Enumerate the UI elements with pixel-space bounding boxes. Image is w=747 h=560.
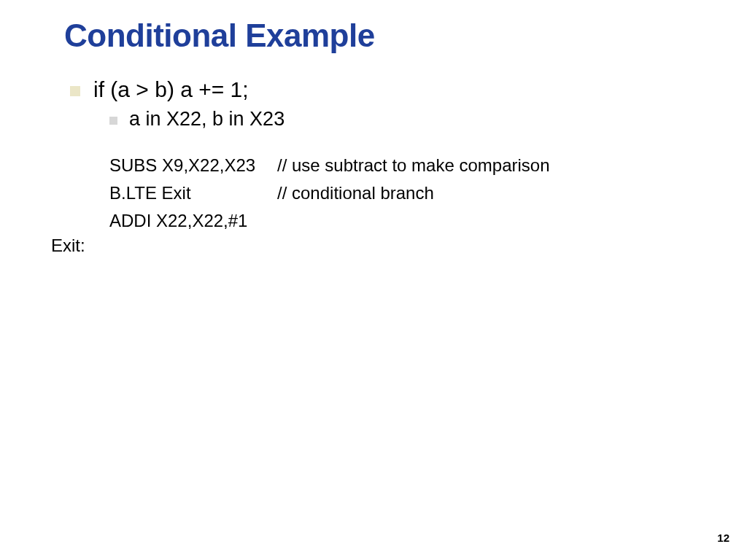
exit-label: Exit: [51, 236, 747, 256]
code-comment: // conditional branch [277, 180, 434, 206]
code-comment: // use subtract to make comparison [277, 152, 550, 179]
slide-title: Conditional Example [64, 18, 747, 54]
bullet-level-1: if (a > b) a += 1; [70, 77, 747, 102]
slide-container: Conditional Example if (a > b) a += 1; a… [0, 0, 747, 560]
code-instruction: B.LTE Exit [109, 180, 277, 206]
bullet-level-2: a in X22, b in X23 [109, 108, 747, 131]
bullet-2-text: a in X22, b in X23 [129, 108, 285, 131]
code-instruction: ADDI X22,X22,#1 [109, 208, 277, 234]
code-block: SUBS X9,X22,X23 // use subtract to make … [109, 152, 747, 234]
code-row: B.LTE Exit // conditional branch [109, 180, 747, 206]
bullet-square-icon [70, 86, 80, 96]
code-row: ADDI X22,X22,#1 [109, 208, 747, 234]
code-row: SUBS X9,X22,X23 // use subtract to make … [109, 152, 747, 179]
bullet-1-text: if (a > b) a += 1; [93, 77, 249, 102]
page-number: 12 [717, 532, 729, 544]
code-instruction: SUBS X9,X22,X23 [109, 152, 277, 179]
bullet-square-icon [109, 117, 117, 125]
